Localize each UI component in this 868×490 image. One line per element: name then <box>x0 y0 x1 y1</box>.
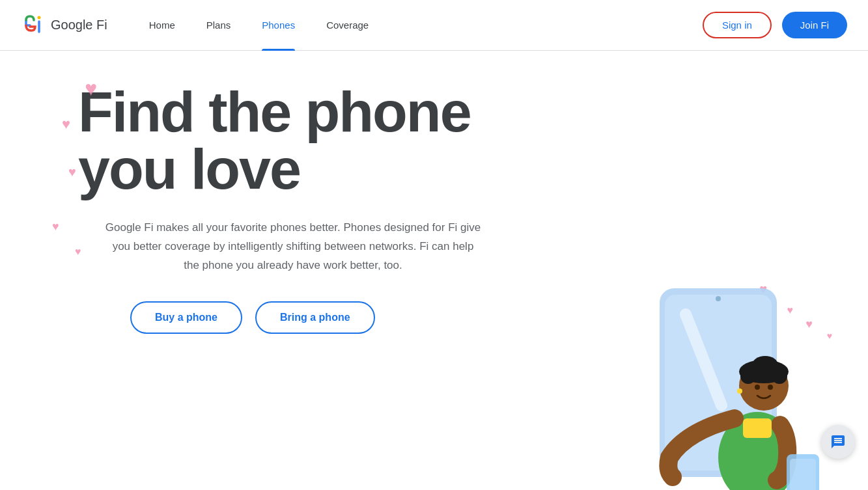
svg-point-14 <box>755 385 760 390</box>
page-subtitle: Google Fi makes all your favorite phones… <box>104 219 482 275</box>
nav-plans[interactable]: Plans <box>191 0 247 51</box>
main-nav: Home Plans Phones Coverage <box>133 0 703 51</box>
svg-point-1 <box>38 16 41 19</box>
header: Google Fi Home Plans Phones Coverage Sig… <box>0 0 868 51</box>
decorative-heart-3: ♥ <box>68 165 76 180</box>
decorative-heart-4: ♥ <box>52 220 59 234</box>
svg-point-6 <box>716 296 721 301</box>
google-fi-logo-icon <box>21 14 44 37</box>
svg-point-10 <box>740 368 756 384</box>
nav-phones[interactable]: Phones <box>246 0 311 51</box>
bring-phone-button[interactable]: Bring a phone <box>255 301 375 334</box>
svg-point-15 <box>768 385 773 390</box>
nav-home[interactable]: Home <box>133 0 191 51</box>
svg-point-16 <box>737 388 742 394</box>
svg-rect-13 <box>743 418 772 438</box>
decorative-heart-2: ♥ <box>62 116 70 133</box>
hero-svg <box>621 275 829 490</box>
chat-icon <box>830 434 846 450</box>
decorative-heart-5: ♥ <box>75 246 81 258</box>
svg-rect-18 <box>790 459 816 490</box>
buy-phone-button[interactable]: Buy a phone <box>130 301 242 334</box>
svg-point-12 <box>752 356 778 374</box>
join-fi-button[interactable]: Join Fi <box>782 12 847 38</box>
chat-support-button[interactable] <box>821 425 855 459</box>
header-actions: Sign in Join Fi <box>703 12 847 38</box>
page-headline: Find the phone you love <box>78 83 599 198</box>
logo-link[interactable]: Google Fi <box>21 14 107 37</box>
logo-text: Google Fi <box>51 18 107 33</box>
hero-illustration <box>621 275 829 483</box>
nav-coverage[interactable]: Coverage <box>311 0 384 51</box>
main-content: ♥ ♥ ♥ ♥ ♥ ♥ ♥ ♥ ♥ Find the phone you lov… <box>0 51 868 490</box>
sign-in-button[interactable]: Sign in <box>703 12 772 38</box>
decorative-heart-1: ♥ <box>85 77 97 101</box>
